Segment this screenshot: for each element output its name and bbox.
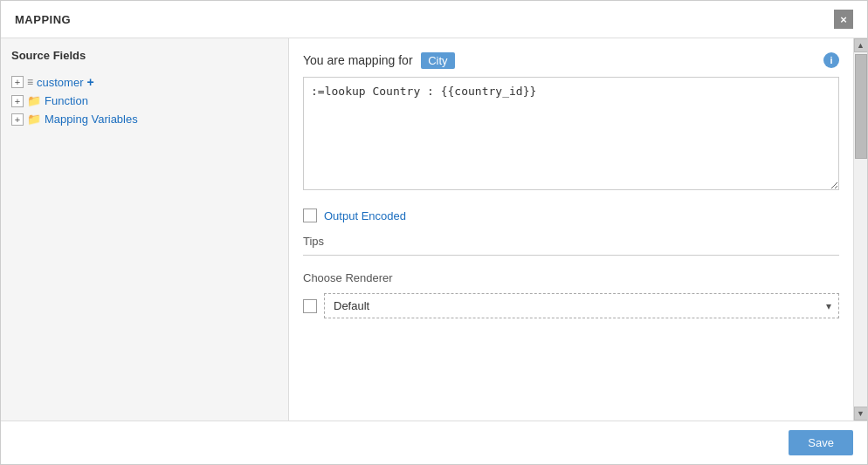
mapping-variables-label: Mapping Variables — [45, 113, 138, 126]
mapping-header: You are mapping for City i — [303, 52, 839, 68]
scrollbar-track: ▲ ▼ — [853, 38, 867, 421]
folder-icon-mapping-vars: 📁 — [27, 113, 41, 126]
output-encoded-row: Output Encoded — [303, 209, 839, 222]
main-layout: Source Fields + ≡ customer + + 📁 Functio… — [1, 38, 867, 421]
expand-icon-function[interactable]: + — [11, 95, 24, 107]
renderer-label: Choose Renderer — [303, 271, 839, 284]
customer-label: customer — [37, 76, 83, 89]
right-area: You are mapping for City i Output Encode… — [289, 38, 867, 421]
expand-icon-mapping-vars[interactable]: + — [11, 113, 24, 126]
city-badge: City — [421, 52, 454, 69]
sidebar: Source Fields + ≡ customer + + 📁 Functio… — [1, 38, 289, 421]
sidebar-item-mapping-variables[interactable]: + 📁 Mapping Variables — [8, 110, 281, 128]
renderer-section: Choose Renderer Default ▾ — [303, 271, 839, 318]
tips-section: Tips — [303, 235, 839, 256]
output-encoded-label: Output Encoded — [324, 209, 406, 222]
tips-label: Tips — [303, 235, 839, 248]
function-label: Function — [45, 94, 88, 107]
mapping-for-row: You are mapping for City — [303, 53, 455, 67]
close-button[interactable]: × — [834, 10, 853, 29]
renderer-select-wrapper: Default ▾ — [324, 293, 839, 318]
sidebar-item-customer[interactable]: + ≡ customer + — [8, 72, 281, 92]
scrollbar-thumb[interactable] — [855, 54, 867, 159]
sidebar-title: Source Fields — [8, 49, 281, 62]
tips-divider — [303, 255, 839, 256]
mapping-textarea[interactable] — [303, 77, 839, 190]
mapping-for-text: You are mapping for — [303, 53, 413, 67]
output-encoded-checkbox[interactable] — [303, 209, 317, 222]
info-icon[interactable]: i — [823, 52, 839, 68]
right-panel: You are mapping for City i Output Encode… — [289, 38, 853, 421]
expand-icon-customer[interactable]: + — [11, 76, 24, 88]
table-icon-customer: ≡ — [27, 76, 33, 88]
scroll-down-button[interactable]: ▼ — [854, 407, 868, 421]
save-button[interactable]: Save — [789, 430, 853, 455]
renderer-checkbox[interactable] — [303, 299, 317, 313]
dialog-header: MAPPING × — [1, 1, 867, 38]
renderer-row: Default ▾ — [303, 293, 839, 318]
dialog-title: MAPPING — [15, 13, 71, 26]
scroll-up-button[interactable]: ▲ — [854, 38, 868, 52]
renderer-select[interactable]: Default — [325, 294, 838, 318]
add-icon-customer[interactable]: + — [86, 75, 93, 89]
dialog-footer: Save — [1, 421, 867, 464]
folder-icon-function: 📁 — [27, 94, 41, 107]
sidebar-item-function[interactable]: + 📁 Function — [8, 92, 281, 110]
